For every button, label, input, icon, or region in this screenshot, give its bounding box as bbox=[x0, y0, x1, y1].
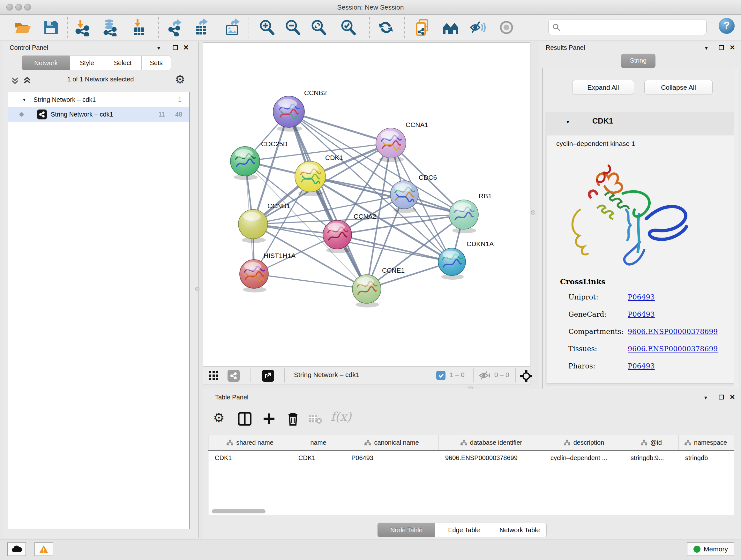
cell-shared-name: CDK1 bbox=[208, 454, 292, 462]
apply-preferred-layout-icon[interactable] bbox=[377, 18, 395, 37]
show-all-hidden-icon[interactable] bbox=[497, 18, 515, 37]
tab-string[interactable]: String bbox=[621, 54, 656, 68]
gene-collapse-caret-icon[interactable]: ▼ bbox=[565, 119, 570, 125]
save-session-icon[interactable] bbox=[42, 18, 60, 37]
fit-selection-crosshair-icon[interactable] bbox=[520, 370, 533, 384]
gene-section-cdk1: ▼ CDK1 cyclin–dependent kinase 1 bbox=[545, 112, 736, 386]
table-panel: Table Panel ▼ ❒ ✕ ⚙ f(x) shared namename… bbox=[203, 388, 741, 540]
zoom-fit-content-icon[interactable] bbox=[310, 18, 327, 37]
results-scrollbar[interactable] bbox=[734, 68, 738, 389]
open-session-icon[interactable] bbox=[13, 18, 31, 37]
column-header-database-identifier[interactable]: database identifier bbox=[439, 435, 544, 450]
toggle-panes-icon[interactable] bbox=[238, 412, 252, 427]
table-horizontal-scrollbar[interactable] bbox=[212, 509, 266, 513]
table-panel-close-icon[interactable]: ✕ bbox=[730, 393, 735, 401]
column-scope-icon bbox=[364, 440, 371, 446]
tab-network[interactable]: Network bbox=[22, 56, 70, 70]
crosslink-label: GeneCard: bbox=[568, 310, 607, 318]
import-table-from-file-icon[interactable] bbox=[130, 18, 148, 37]
column-header-description[interactable]: description bbox=[544, 435, 624, 450]
right-splitter-handle[interactable] bbox=[531, 210, 535, 214]
import-network-from-file-icon[interactable] bbox=[74, 18, 91, 37]
control-panel-tabs: NetworkStyleSelectSets bbox=[22, 56, 171, 70]
network-edge-count: 48 bbox=[175, 111, 182, 118]
gene-details: cyclin–dependent kinase 1 bbox=[547, 135, 734, 383]
select-first-neighbors-icon[interactable] bbox=[442, 18, 460, 37]
collapse-all-button[interactable]: Collapse All bbox=[644, 80, 713, 95]
tab-style[interactable]: Style bbox=[70, 56, 104, 70]
warnings-button[interactable] bbox=[35, 543, 53, 556]
tab-network-table[interactable]: Network Table bbox=[493, 523, 547, 537]
node-label-RB1: RB1 bbox=[479, 192, 492, 199]
window-title: Session: New Session bbox=[0, 3, 741, 11]
detach-view-icon[interactable] bbox=[262, 370, 274, 382]
zoom-in-icon[interactable] bbox=[258, 18, 276, 37]
edge-CCNA2-CDKN1A[interactable] bbox=[337, 235, 452, 262]
node-label-CCNE1: CCNE1 bbox=[382, 266, 405, 274]
selected-items-checkbox-icon[interactable] bbox=[436, 371, 446, 380]
crosslink-value-link[interactable]: P06493 bbox=[628, 310, 655, 318]
crosslinks-list: Uniprot:P06493GeneCard:P06493Compartment… bbox=[547, 291, 734, 377]
export-image-icon[interactable] bbox=[223, 18, 241, 37]
cell--id: stringdb:9... bbox=[624, 454, 679, 462]
cloud-status-button[interactable] bbox=[7, 543, 26, 556]
crosslink-value-link[interactable]: P06493 bbox=[628, 293, 655, 301]
help-icon[interactable]: ? bbox=[719, 18, 735, 34]
column-header-canonical-name[interactable]: canonical name bbox=[345, 435, 439, 450]
network-tree: ▼ String Network – cdk1 1 String Network… bbox=[8, 92, 190, 530]
column-header-namespace[interactable]: namespace bbox=[679, 435, 733, 450]
network-node-CDKN1A[interactable]: CDKN1A bbox=[438, 240, 494, 280]
create-column-icon[interactable] bbox=[262, 412, 276, 427]
search-input[interactable] bbox=[562, 21, 703, 34]
import-network-from-database-icon[interactable] bbox=[101, 18, 119, 37]
toolbar-separator bbox=[67, 17, 68, 38]
table-row[interactable]: CDK1CDK1P064939606.ENSP00000378699cyclin… bbox=[208, 451, 734, 465]
crosslink-value-link[interactable]: 9606.ENSP00000378699 bbox=[628, 345, 718, 353]
birds-eye-view-icon[interactable] bbox=[227, 370, 240, 382]
table-panel-menu-icon[interactable]: ▼ bbox=[703, 395, 708, 400]
tab-node-table[interactable]: Node Table bbox=[378, 523, 435, 537]
cell-name: CDK1 bbox=[292, 454, 345, 462]
show-grid-icon[interactable] bbox=[209, 371, 219, 382]
table-options-gear-icon[interactable]: ⚙ bbox=[213, 410, 225, 425]
zoom-selected-icon[interactable] bbox=[339, 18, 357, 37]
column-header--id[interactable]: @id bbox=[624, 435, 679, 450]
results-panel-menu-icon[interactable]: ▼ bbox=[704, 45, 709, 51]
table-panel-float-icon[interactable]: ❒ bbox=[719, 394, 724, 401]
tab-sets[interactable]: Sets bbox=[142, 56, 171, 70]
edge-CCNB2-CCNE1[interactable] bbox=[289, 112, 367, 289]
left-splitter-handle[interactable] bbox=[195, 287, 199, 291]
network-options-gear-icon[interactable]: ⚙ bbox=[175, 73, 185, 86]
network-row-selected[interactable]: String Network – cdk1 11 48 bbox=[8, 107, 189, 122]
results-panel-close-icon[interactable]: ✕ bbox=[730, 44, 735, 51]
network-canvas[interactable]: CCNB2CCNA1CDC25BCDK1CDC6RB1CCNB1CCNA2CDK… bbox=[203, 43, 530, 366]
control-panel-close-icon[interactable]: ✕ bbox=[183, 44, 189, 51]
network-node-CCNB2[interactable]: CCNB2 bbox=[273, 89, 327, 132]
edge-HIST1H1A-CCNE1[interactable] bbox=[254, 274, 367, 289]
network-node-HIST1H1A[interactable]: HIST1H1A bbox=[240, 252, 295, 293]
export-table-icon[interactable] bbox=[193, 18, 211, 37]
crosslink-value-link[interactable]: 9606.ENSP00000378699 bbox=[628, 327, 718, 335]
collection-expand-caret-icon[interactable]: ▼ bbox=[22, 97, 26, 102]
zoom-out-icon[interactable] bbox=[284, 18, 301, 37]
tab-edge-table[interactable]: Edge Table bbox=[435, 523, 493, 537]
clone-network-icon[interactable] bbox=[414, 18, 432, 37]
expand-all-button[interactable]: Expand All bbox=[572, 80, 634, 95]
network-node-CCNA1[interactable]: CCNA1 bbox=[376, 121, 428, 162]
memory-button[interactable]: Memory bbox=[687, 543, 734, 556]
hide-selected-icon[interactable] bbox=[469, 18, 487, 37]
control-panel-menu-icon[interactable]: ▼ bbox=[156, 45, 161, 51]
export-network-icon[interactable] bbox=[167, 18, 185, 37]
network-collection-row[interactable]: ▼ String Network – cdk1 1 bbox=[8, 92, 189, 107]
results-panel-float-icon[interactable]: ❒ bbox=[719, 44, 724, 51]
tab-select[interactable]: Select bbox=[104, 56, 142, 70]
node-label-CCNA2: CCNA2 bbox=[354, 212, 376, 220]
edge-CCNB2-CCNA1[interactable] bbox=[289, 112, 391, 143]
column-header-name[interactable]: name bbox=[292, 435, 345, 450]
control-panel-float-icon[interactable]: ❒ bbox=[173, 44, 178, 51]
network-node-RB1[interactable]: RB1 bbox=[449, 192, 492, 233]
column-header-shared-name[interactable]: shared name bbox=[208, 435, 292, 450]
table-tabs: Node TableEdge TableNetwork Table bbox=[378, 523, 547, 537]
crosslink-value-link[interactable]: P06493 bbox=[628, 362, 655, 370]
delete-column-icon[interactable] bbox=[286, 412, 299, 428]
